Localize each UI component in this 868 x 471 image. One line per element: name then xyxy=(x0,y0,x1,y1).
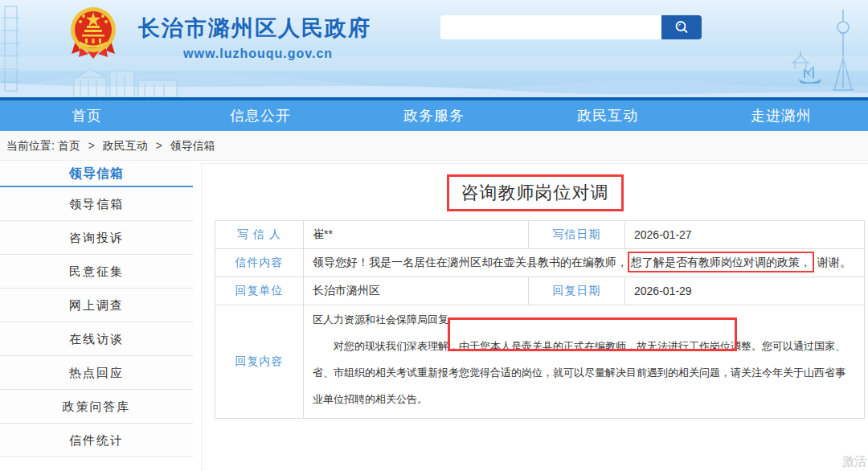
main-nav: 首页 信息公开 政务服务 政民互动 走进潞州 xyxy=(0,100,868,131)
letter-content-pre: 领导您好！我是一名居住在潞州区却在壶关县教书的在编教师， xyxy=(313,256,628,268)
letter-content-highlighted: 想了解是否有教师岗位对调的政策， xyxy=(628,252,814,272)
search-icon xyxy=(674,19,690,35)
reply-content-label: 回复内容 xyxy=(215,305,304,419)
site-url: www.luzhouqu.gov.cn xyxy=(183,47,371,61)
site-title: 长治市潞州区人民政府 xyxy=(138,16,371,40)
table-row-writer: 写 信 人 崔** 写信日期 2026-01-27 xyxy=(215,221,865,249)
breadcrumb-separator: > xyxy=(156,139,162,152)
letter-table: 写 信 人 崔** 写信日期 2026-01-27 信件内容 领导您好！我是一名… xyxy=(215,220,865,419)
site-logo-brand[interactable]: 长治市潞州区人民政府 www.luzhouqu.gov.cn xyxy=(69,6,371,61)
breadcrumb-prefix: 当前位置: xyxy=(6,139,55,152)
reply-highlighted-text: 由于您本人是壶关县的正式在编教师，故无法进行工作岗位调整。 xyxy=(459,340,762,352)
write-date-value: 2026-01-27 xyxy=(625,221,865,249)
sidebar-item-consult-complaint[interactable]: 咨询投诉 xyxy=(0,221,193,255)
letter-title-wrap: 咨询教师岗位对调 xyxy=(202,174,868,210)
search-input[interactable] xyxy=(440,15,661,39)
page: 长治市潞州区人民政府 www.luzhouqu.gov.cn 首页 信息公开 政… xyxy=(0,0,868,471)
sidebar-title: 领导信箱 xyxy=(0,162,193,187)
sidebar-item-opinion-collection[interactable]: 民意征集 xyxy=(0,255,193,289)
sidebar-item-online-survey[interactable]: 网上调查 xyxy=(0,289,193,322)
site-header: 长治市潞州区人民政府 www.luzhouqu.gov.cn xyxy=(0,0,868,97)
table-row-letter-content: 信件内容 领导您好！我是一名居住在潞州区却在壶关县教书的在编教师，想了解是否有教… xyxy=(215,249,865,277)
reply-paragraph: 对您的现状我们深表理解，由于您本人是壶关县的正式在编教师，故无法进行工作岗位调整… xyxy=(313,333,855,412)
main-content: 咨询教师岗位对调 写 信 人 崔** 写信日期 2026-01-27 信件内容 … xyxy=(201,163,868,471)
reply-content-value: 区人力资源和社会保障局回复. 对您的现状我们深表理解，由于您本人是壶关县的正式在… xyxy=(304,305,865,419)
table-row-reply-content: 回复内容 区人力资源和社会保障局回复. 对您的现状我们深表理解，由于您本人是壶关… xyxy=(215,305,865,419)
reply-unit-label: 回复单位 xyxy=(215,277,304,305)
sidebar: 领导信箱 领导信箱 咨询投诉 民意征集 网上调查 在线访谈 热点回应 政策问答库… xyxy=(0,162,193,457)
breadcrumb-separator: > xyxy=(88,139,95,152)
sidebar-item-hot-response[interactable]: 热点回应 xyxy=(0,356,193,390)
nav-item-gov-services[interactable]: 政务服务 xyxy=(347,100,521,131)
breadcrumb-public-interaction[interactable]: 政民互动 xyxy=(103,139,148,152)
reply-unit-value: 长治市潞州区 xyxy=(304,277,529,305)
reply-pre: 对您的现状我们深表理解， xyxy=(334,340,459,352)
national-emblem-icon xyxy=(69,6,117,60)
breadcrumb-leader-mailbox[interactable]: 领导信箱 xyxy=(170,139,215,152)
sidebar-item-online-interview[interactable]: 在线访谈 xyxy=(0,322,193,356)
activate-watermark: 激活 xyxy=(842,454,866,469)
breadcrumb-home[interactable]: 首页 xyxy=(58,139,80,152)
nav-item-home[interactable]: 首页 xyxy=(0,100,174,131)
letter-content-value: 领导您好！我是一名居住在潞州区却在壶关县教书的在编教师，想了解是否有教师岗位对调… xyxy=(304,249,865,277)
letter-content-label: 信件内容 xyxy=(215,249,304,277)
nav-item-about-luzhou[interactable]: 走进潞州 xyxy=(694,100,868,131)
nav-item-info-disclosure[interactable]: 信息公开 xyxy=(174,100,347,131)
search-button[interactable] xyxy=(661,15,702,39)
reply-date-value: 2026-01-29 xyxy=(625,277,865,305)
letter-content-post: 谢谢。 xyxy=(817,256,851,268)
write-date-label: 写信日期 xyxy=(529,221,625,249)
sidebar-item-letter-stats[interactable]: 信件统计 xyxy=(0,424,193,457)
nav-item-public-interaction[interactable]: 政民互动 xyxy=(521,100,694,131)
reply-line1: 区人力资源和社会保障局回复. xyxy=(313,306,855,333)
breadcrumb: 当前位置: 首页 > 政民互动 > 领导信箱 xyxy=(0,131,868,161)
sidebar-item-policy-qa[interactable]: 政策问答库 xyxy=(0,390,193,424)
reply-date-label: 回复日期 xyxy=(529,277,625,305)
writer-value: 崔** xyxy=(304,221,529,249)
table-row-reply-unit: 回复单位 长治市潞州区 回复日期 2026-01-29 xyxy=(215,277,865,305)
sidebar-item-leader-mailbox[interactable]: 领导信箱 xyxy=(0,187,193,221)
letter-title: 咨询教师岗位对调 xyxy=(447,174,624,211)
search-box xyxy=(440,15,702,39)
writer-label: 写 信 人 xyxy=(215,221,304,249)
brand-text: 长治市潞州区人民政府 www.luzhouqu.gov.cn xyxy=(138,6,371,61)
